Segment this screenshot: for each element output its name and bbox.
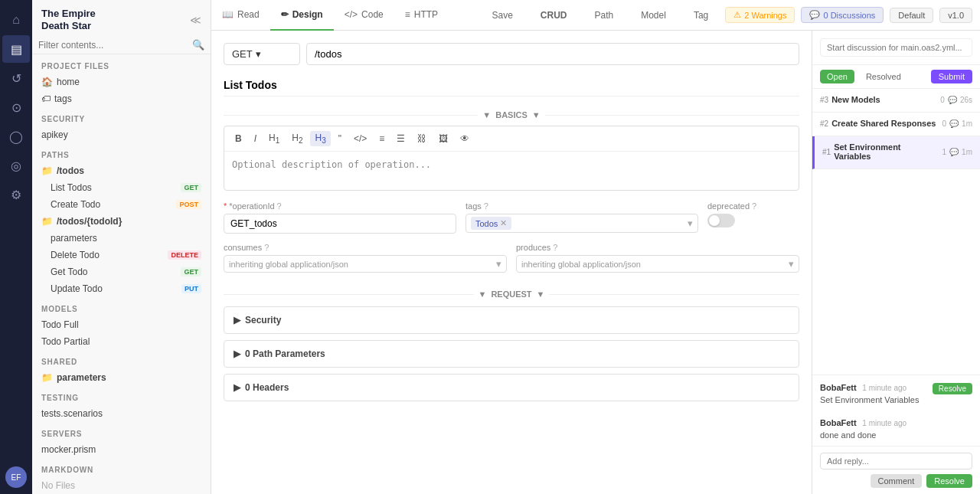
tab-design[interactable]: ✏ Design: [270, 0, 334, 31]
folder-todos[interactable]: 📁 /todos: [32, 162, 211, 179]
h3-button[interactable]: H3: [310, 131, 330, 146]
consumes-input[interactable]: inheriting global application/json ▾: [224, 255, 507, 273]
produces-dropdown-icon[interactable]: ▾: [789, 258, 794, 270]
consumes-dropdown-icon[interactable]: ▾: [496, 258, 501, 270]
quote-button[interactable]: ": [334, 132, 346, 146]
tags-dropdown-icon[interactable]: ▾: [688, 218, 693, 229]
basics-divider[interactable]: ▼ BASICS ▼: [224, 104, 799, 126]
settings-icon[interactable]: ⚙: [2, 181, 30, 208]
comment-button[interactable]: Comment: [871, 474, 923, 488]
link-button[interactable]: ⛓: [413, 132, 431, 146]
deprecated-toggle[interactable]: [707, 214, 735, 227]
tab-read[interactable]: 📖 Read: [211, 0, 270, 31]
default-button[interactable]: Default: [890, 8, 933, 23]
filter-input[interactable]: [38, 40, 192, 51]
reply-input[interactable]: [820, 453, 972, 469]
headers-chevron-icon: ▶: [234, 382, 240, 393]
basics-expand-icon: ▼: [532, 110, 541, 119]
code-inline-button[interactable]: </>: [349, 132, 371, 146]
discussions-button[interactable]: 💬 0 Discussions: [801, 7, 884, 23]
model-button[interactable]: Model: [630, 0, 677, 31]
tree-item-apikey[interactable]: apikey: [32, 126, 211, 143]
warnings-button[interactable]: ⚠ 2 Warnings: [725, 7, 795, 23]
tree-item-tags[interactable]: 🏷 tags: [32, 90, 211, 107]
headers-header[interactable]: ▶ 0 Headers: [224, 375, 799, 401]
request-expand-icon: ▼: [537, 290, 545, 299]
italic-button[interactable]: I: [250, 132, 261, 146]
tree-item-delete-todo[interactable]: Delete Todo DELETE: [32, 247, 211, 263]
filter-resolved-button[interactable]: Resolved: [859, 70, 908, 83]
tree-item-parameters[interactable]: parameters: [32, 230, 211, 247]
list-unordered-button[interactable]: ≡: [374, 132, 389, 146]
path-input[interactable]: [306, 43, 799, 65]
operation-id-help-icon: ?: [277, 201, 282, 211]
tab-code[interactable]: </> Code: [334, 0, 394, 31]
rich-content[interactable]: Optional description of operation...: [224, 152, 799, 190]
operation-name-input[interactable]: [224, 74, 799, 97]
discussion-input[interactable]: [820, 38, 972, 57]
tag-tree-icon: 🏷: [41, 93, 51, 104]
markdown-no-files: No Files: [32, 477, 211, 494]
folder-todos-id[interactable]: 📁 /todos/{todoId}: [32, 213, 211, 230]
discussion-item-1[interactable]: #1 Set Environment Variables 1 💬 1m: [812, 136, 980, 169]
save-button[interactable]: Save: [481, 0, 523, 31]
search-global-icon[interactable]: ⊙: [2, 93, 30, 121]
discussion-filter-row: Open Resolved Submit: [812, 65, 980, 89]
tree-item-todo-full[interactable]: Todo Full: [32, 316, 211, 333]
resolve-thread-button[interactable]: Resolve: [926, 474, 972, 488]
comment-message-1: Resolve BobaFett 1 minute ago Set Enviro…: [812, 375, 980, 411]
method-select[interactable]: GET ▾: [224, 43, 300, 65]
tree-item-home[interactable]: 🏠 home: [32, 74, 211, 90]
comment-text-2: done and done: [820, 430, 972, 440]
method-badge-delete: DELETE: [168, 250, 201, 260]
method-path-row: GET ▾: [224, 43, 799, 65]
collapse-sidebar-button[interactable]: ≪: [190, 14, 201, 26]
tag-remove-todos[interactable]: ✕: [500, 218, 507, 228]
h2-button[interactable]: H2: [287, 131, 307, 146]
project-files-section: PROJECT FILES: [32, 54, 211, 74]
tree-item-mocker[interactable]: mocker.prism: [32, 441, 211, 458]
discussion-item-3[interactable]: #3 New Models 0 💬 26s: [812, 89, 980, 113]
tags-help-icon: ?: [484, 201, 488, 211]
tag-button[interactable]: Tag: [683, 0, 719, 31]
resolve-button-1[interactable]: Resolve: [933, 383, 972, 394]
tags-input[interactable]: Todos ✕ ▾: [466, 214, 698, 233]
disc-comments-3: 0: [940, 96, 945, 104]
produces-input[interactable]: inheriting global application/json ▾: [516, 255, 799, 273]
operation-id-input[interactable]: [224, 214, 456, 234]
comment-icon-2: 💬: [949, 119, 959, 128]
discussions-panel: Open Resolved Submit #3 New Models 0 💬 2…: [812, 31, 980, 494]
method-badge-get: GET: [181, 183, 201, 192]
discussion-item-2[interactable]: #2 Create Shared Responses 0 💬 1m: [812, 113, 980, 136]
path-button[interactable]: Path: [584, 0, 625, 31]
home-icon[interactable]: ⌂: [2, 6, 30, 34]
operation-id-label: **operationId ?: [224, 201, 456, 211]
history-icon[interactable]: ↺: [2, 64, 30, 92]
files-icon[interactable]: ▤: [2, 35, 30, 63]
tree-item-list-todos[interactable]: List Todos GET: [32, 179, 211, 196]
list-ordered-button[interactable]: ☰: [392, 132, 410, 146]
security-header[interactable]: ▶ Security: [224, 307, 799, 333]
bold-button[interactable]: B: [230, 132, 247, 146]
crud-button[interactable]: CRUD: [530, 0, 578, 31]
tree-item-todo-partial[interactable]: Todo Partial: [32, 333, 211, 350]
version-button[interactable]: v1.0: [939, 8, 972, 23]
h1-button[interactable]: H1: [264, 131, 284, 146]
tree-item-update-todo[interactable]: Update Todo PUT: [32, 280, 211, 297]
path-params-header[interactable]: ▶ 0 Path Parameters: [224, 341, 799, 367]
request-divider[interactable]: ▼ REQUEST ▼: [224, 282, 799, 306]
filter-open-button[interactable]: Open: [820, 70, 854, 83]
avatar[interactable]: EF: [5, 466, 27, 488]
group-icon[interactable]: ◎: [2, 152, 30, 179]
user-icon[interactable]: ◯: [2, 123, 30, 150]
submit-button[interactable]: Submit: [931, 70, 972, 83]
folder-shared-parameters[interactable]: 📁 parameters: [32, 369, 211, 386]
tree-item-create-todo[interactable]: Create Todo POST: [32, 196, 211, 213]
tree-item-get-todo[interactable]: Get Todo GET: [32, 263, 211, 280]
image-button[interactable]: 🖼: [434, 132, 452, 146]
tree-item-tests[interactable]: tests.scenarios: [32, 405, 211, 422]
preview-button[interactable]: 👁: [456, 132, 474, 146]
comment-time-2: 1 minute ago: [862, 419, 906, 427]
disc-title-2: Create Shared Responses: [831, 119, 936, 128]
tab-http[interactable]: ≡ HTTP: [394, 0, 449, 31]
